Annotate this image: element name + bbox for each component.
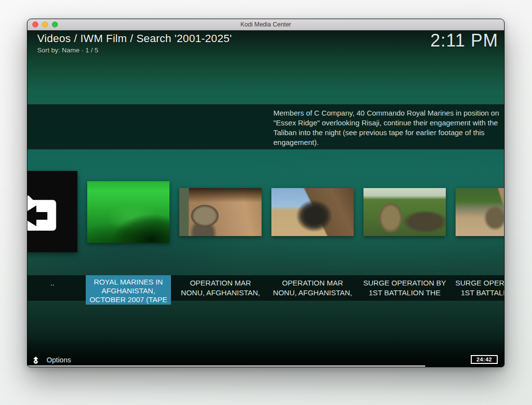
breadcrumb: Videos / IWM Film / Search '2001-2025'	[37, 32, 232, 45]
video-thumbnail-soldier-compound	[179, 188, 262, 236]
list-item-parent-folder[interactable]: ..	[27, 171, 77, 303]
video-thumbnail-soldiers-wall	[456, 188, 504, 236]
options-button[interactable]: Options	[31, 356, 71, 364]
description-text: Members of C Company, 40 Commando Royal …	[273, 108, 503, 147]
clock: 2:11 PM	[431, 30, 498, 51]
duration-badge: 24:42	[471, 355, 498, 364]
close-button[interactable]	[32, 22, 38, 27]
bottom-shade	[27, 336, 504, 367]
traffic-lights	[32, 22, 58, 27]
fullscreen-button[interactable]	[52, 22, 58, 27]
description-panel: Members of C Company, 40 Commando Royal …	[27, 104, 504, 149]
item-label: ..	[27, 275, 77, 304]
options-gear-arrow-icon	[31, 356, 40, 364]
folder-back-icon	[27, 171, 77, 252]
video-thumbnail-machine-gun	[271, 188, 354, 236]
macos-titlebar[interactable]: Kodi Media Center	[27, 19, 504, 30]
sort-status: Sort by: Name · 1 / 5	[37, 47, 232, 54]
item-label-selected: ROYAL MARINES IN AFGHANISTAN, OCTOBER 20…	[86, 275, 171, 305]
page-header: Videos / IWM Film / Search '2001-2025' S…	[37, 32, 232, 54]
list-item-video[interactable]: SURGE OPERATION BY 1ST BATTALION THE	[363, 171, 446, 303]
minimize-button[interactable]	[42, 22, 48, 27]
item-label: OPERATION MAR NONU, AFGHANISTAN,	[178, 275, 263, 304]
list-item-video[interactable]: OPERATION MAR NONU, AFGHANISTAN,	[271, 171, 354, 303]
window-title: Kodi Media Center	[27, 19, 504, 30]
list-item-video[interactable]: OPERATION MAR NONU, AFGHANISTAN,	[179, 171, 262, 303]
list-item-video[interactable]: SURGE OPERATION BY 1ST BATTALION THE	[456, 171, 504, 303]
video-thumbnail-soldiers-field	[363, 188, 446, 236]
list-item-video[interactable]: ROYAL MARINES IN AFGHANISTAN, OCTOBER 20…	[87, 171, 169, 303]
desktop-background: Kodi Media Center Videos / IWM Film / Se…	[0, 0, 532, 405]
item-label: OPERATION MAR NONU, AFGHANISTAN,	[270, 275, 355, 304]
options-label: Options	[47, 356, 71, 364]
video-thumbnail-night-vision	[87, 181, 169, 243]
item-label: SURGE OPERATION BY 1ST BATTALION THE	[454, 275, 504, 304]
kodi-content: Videos / IWM Film / Search '2001-2025' S…	[27, 30, 504, 367]
horizontal-scrollbar-thumb[interactable]	[27, 365, 425, 367]
kodi-window: Kodi Media Center Videos / IWM Film / Se…	[27, 19, 505, 367]
item-label: SURGE OPERATION BY 1ST BATTALION THE	[362, 275, 447, 304]
